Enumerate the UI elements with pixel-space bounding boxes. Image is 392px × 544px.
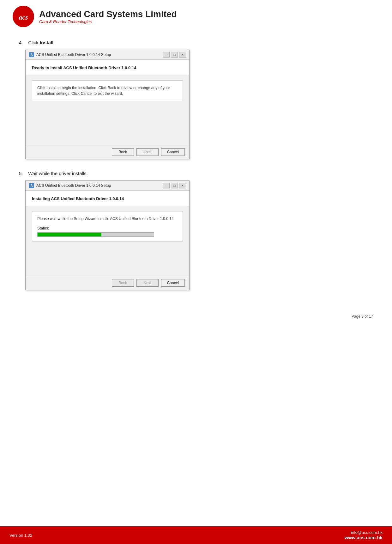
install-dialog-footer: Back Install Cancel [26,145,189,159]
installing-dialog-titlebar: A ACS Unified Bluetooth Driver 1.0.0.14 … [26,181,189,191]
maximize-button-2[interactable]: □ [171,183,178,188]
main-content: 4. Click Install. A ACS Unified Bluetoot… [0,30,392,314]
install-dialog: A ACS Unified Bluetooth Driver 1.0.0.14 … [25,50,190,159]
install-dialog-content-section: Click Install to begin the installation.… [26,75,189,145]
installing-dialog-footer: Back Next Cancel [26,276,189,290]
page-number: Page 8 of 17 [0,314,392,322]
status-label: Status: [37,226,178,230]
svg-text:acs: acs [19,13,28,21]
step-5-label: 5. Wait while the driver installs. [19,171,373,176]
minimize-button[interactable]: — [163,52,170,58]
installing-dialog-body: Installing ACS Unified Bluetooth Driver … [26,191,189,290]
app-icon-2: A [29,183,34,188]
installing-dialog-content-text: Please wait while the Setup Wizard insta… [37,216,178,222]
next-button[interactable]: Next [136,279,159,287]
company-subtitle: Card & Reader Technologies [39,19,177,24]
step-4: 4. Click Install. A ACS Unified Bluetoot… [19,40,373,159]
close-button-2[interactable]: × [179,183,186,188]
step-4-number: 4. [19,40,23,45]
app-icon: A [29,52,34,58]
installing-dialog-content-section: Please wait while the Setup Wizard insta… [26,206,189,276]
titlebar-buttons: — □ × [163,52,186,58]
install-dialog-header-section: Ready to install ACS Unified Bluetooth D… [26,60,189,75]
install-dialog-title: ACS Unified Bluetooth Driver 1.0.0.14 Se… [36,52,111,57]
maximize-button[interactable]: □ [171,52,178,58]
install-dialog-titlebar: A ACS Unified Bluetooth Driver 1.0.0.14 … [26,50,189,60]
installing-dialog-title: ACS Unified Bluetooth Driver 1.0.0.14 Se… [36,183,111,188]
titlebar-buttons-2: — □ × [163,183,186,188]
acs-logo-icon: acs [13,6,34,27]
footer-version: Version 1.02 [9,533,32,538]
svg-text:A: A [30,53,33,57]
footer-website: www.acs.com.hk [345,535,383,540]
logo-container: acs Advanced Card Systems Limited Card &… [13,6,177,27]
titlebar-left: A ACS Unified Bluetooth Driver 1.0.0.14 … [29,52,111,58]
footer-email: info@acs.com.hk [345,530,383,535]
titlebar-left-2: A ACS Unified Bluetooth Driver 1.0.0.14 … [29,183,111,188]
page-number-text: Page 8 of 17 [352,314,373,319]
company-name-block: Advanced Card Systems Limited Card & Rea… [39,9,177,24]
step-4-label: 4. Click Install. [19,40,373,45]
progress-bar-fill [38,233,101,236]
installing-dialog-header-title: Installing ACS Unified Bluetooth Driver … [32,196,124,201]
footer-contact: info@acs.com.hk www.acs.com.hk [345,530,383,540]
company-name: Advanced Card Systems Limited [39,9,177,20]
install-dialog-header-title: Ready to install ACS Unified Bluetooth D… [32,65,136,70]
minimize-button-2[interactable]: — [163,183,170,188]
close-button[interactable]: × [179,52,186,58]
svg-text:A: A [30,184,33,187]
step-5-text: Wait while the driver installs. [28,171,88,176]
step-5: 5. Wait while the driver installs. A ACS… [19,171,373,290]
install-dialog-content-text: Click Install to begin the installation.… [37,85,178,96]
progress-bar-container [37,232,154,237]
installing-dialog: A ACS Unified Bluetooth Driver 1.0.0.14 … [25,180,190,290]
cancel-button-1[interactable]: Cancel [161,148,185,156]
install-button[interactable]: Install [136,148,159,156]
page-header: acs Advanced Card Systems Limited Card &… [0,0,392,30]
step-5-number: 5. [19,171,23,176]
back-button-1[interactable]: Back [112,148,134,156]
step-4-bold: Install [40,40,53,45]
page-footer: Version 1.02 info@acs.com.hk www.acs.com… [0,526,392,544]
cancel-button-2[interactable]: Cancel [161,279,185,287]
installing-dialog-header-section: Installing ACS Unified Bluetooth Driver … [26,191,189,206]
back-button-2[interactable]: Back [112,279,134,287]
install-dialog-body: Ready to install ACS Unified Bluetooth D… [26,60,189,159]
